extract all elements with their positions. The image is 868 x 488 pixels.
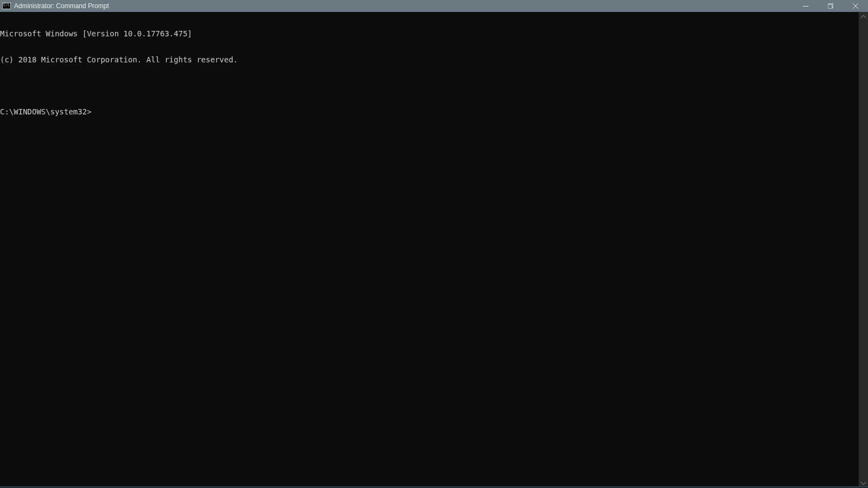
window-title: Administrator: Command Prompt xyxy=(14,2,109,10)
scroll-up-button[interactable] xyxy=(859,12,868,21)
output-line: (c) 2018 Microsoft Corporation. All righ… xyxy=(0,55,859,64)
scroll-track[interactable] xyxy=(859,21,868,479)
cmd-icon xyxy=(2,3,11,9)
client-area: Microsoft Windows [Version 10.0.17763.47… xyxy=(0,12,868,488)
command-prompt-window: Administrator: Command Prompt xyxy=(0,0,868,488)
close-icon xyxy=(853,3,858,9)
vertical-scrollbar[interactable] xyxy=(859,12,868,488)
blank-line xyxy=(0,81,859,90)
restore-icon xyxy=(828,3,833,9)
maximize-button[interactable] xyxy=(818,0,843,12)
minimize-button[interactable] xyxy=(793,0,818,12)
svg-rect-2 xyxy=(828,4,832,9)
titlebar[interactable]: Administrator: Command Prompt xyxy=(0,0,868,12)
window-controls xyxy=(793,0,868,12)
prompt-line[interactable]: C:\WINDOWS\system32> xyxy=(0,107,859,116)
terminal-output[interactable]: Microsoft Windows [Version 10.0.17763.47… xyxy=(0,12,859,488)
taskbar-highlight xyxy=(0,486,868,487)
close-button[interactable] xyxy=(843,0,868,12)
output-line: Microsoft Windows [Version 10.0.17763.47… xyxy=(0,29,859,38)
chevron-down-icon xyxy=(861,482,866,485)
svg-rect-0 xyxy=(803,6,808,7)
prompt-text: C:\WINDOWS\system32> xyxy=(0,107,92,116)
minimize-icon xyxy=(803,3,808,9)
chevron-up-icon xyxy=(861,15,866,18)
